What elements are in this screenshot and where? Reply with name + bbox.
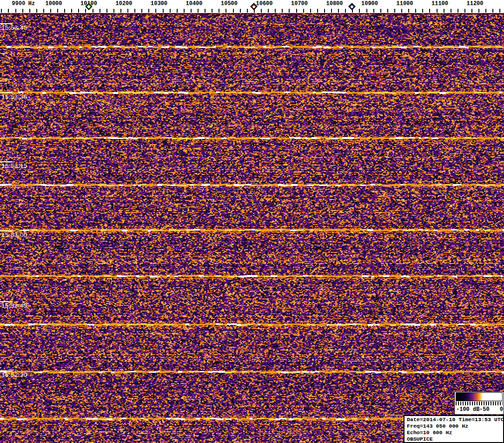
freq-tick-minor	[366, 9, 367, 13]
freq-tick-minor	[380, 9, 381, 13]
freq-tick-minor	[310, 9, 311, 13]
freq-tick-minor	[85, 9, 86, 13]
freq-tick-minor	[205, 9, 206, 13]
freq-tick-minor	[275, 9, 276, 13]
waterfall-canvas[interactable]	[0, 13, 504, 443]
freq-label: 11200	[466, 0, 483, 7]
freq-tick-minor	[15, 9, 16, 13]
freq-label: 10900	[361, 0, 378, 7]
freq-tick-minor	[444, 9, 444, 13]
freq-label: 10500	[221, 0, 238, 7]
freq-tick-minor	[464, 9, 465, 13]
marker-center-dot	[252, 5, 255, 8]
freq-tick-minor	[296, 9, 297, 13]
freq-tick-minor	[437, 9, 438, 13]
blue-diamond-marker[interactable]	[349, 3, 356, 10]
freq-label: 10400	[186, 0, 202, 7]
freq-tick-minor	[485, 9, 486, 13]
freq-tick-minor	[170, 9, 171, 13]
freq-tick-minor	[394, 9, 395, 13]
time-label: 15:53:00	[1, 231, 27, 238]
freq-tick-minor	[50, 9, 51, 13]
freq-label: 10800	[326, 0, 343, 7]
freq-tick-minor	[71, 9, 72, 13]
freq-tick-minor	[212, 9, 212, 13]
freq-tick-minor	[478, 9, 479, 13]
freq-tick-minor	[127, 9, 128, 13]
freq-tick-minor	[113, 9, 114, 13]
legend-label-max: 0	[500, 406, 503, 413]
freq-tick-minor	[64, 9, 65, 13]
marker-center-dot	[351, 5, 354, 8]
freq-tick-minor	[324, 9, 325, 13]
freq-tick-minor	[282, 9, 283, 13]
freq-tick-minor	[99, 9, 100, 13]
freq-tick-minor	[338, 9, 339, 13]
freq-label: 10300	[151, 0, 167, 7]
freq-tick-minor	[93, 9, 93, 13]
freq-tick-minor	[303, 9, 304, 13]
freq-tick-minor	[184, 9, 185, 13]
legend-tick-ruler	[456, 402, 503, 405]
freq-tick-minor	[359, 9, 360, 13]
freq-tick-minor	[331, 9, 332, 13]
freq-label: 11000	[396, 0, 413, 7]
freq-tick-minor	[57, 9, 58, 13]
freq-tick-minor	[198, 9, 199, 13]
freq-tick-minor	[373, 9, 374, 13]
freq-tick-minor	[225, 9, 226, 13]
freq-tick-minor	[387, 9, 388, 13]
time-label: 15:53:45	[1, 24, 27, 31]
freq-tick-minor	[401, 9, 402, 13]
freq-tick-minor	[78, 9, 79, 13]
freq-tick-minor	[261, 9, 262, 13]
freq-tick-minor	[36, 9, 37, 13]
freq-tick-minor	[177, 9, 178, 13]
info-line-frequency: Freq=143 050 000 Hz	[407, 423, 503, 430]
freq-tick-minor	[408, 9, 409, 13]
freq-label: 10700	[291, 0, 308, 7]
freq-label: 10000	[45, 0, 62, 7]
freq-tick-minor	[148, 9, 149, 13]
freq-unit-label: Hz	[28, 0, 35, 7]
time-label: 15:53:30	[1, 93, 27, 100]
freq-tick-minor	[345, 9, 346, 13]
freq-label: 10200	[115, 0, 132, 7]
freq-tick-minor	[247, 9, 248, 13]
color-gradient-bar	[456, 392, 503, 401]
legend-label-mid: -50	[479, 406, 490, 413]
freq-tick-minor	[240, 9, 241, 13]
spectrogram-window: 9900100001010010200103001040010500106001…	[0, 0, 504, 443]
info-box: Date=2014-07-10 Time=13:53 UTC Freq=143 …	[404, 415, 504, 443]
freq-tick-minor	[458, 9, 458, 13]
legend-label-min: -100 dB	[456, 406, 479, 413]
freq-tick-minor	[219, 9, 219, 13]
freq-label: 10600	[256, 0, 272, 7]
freq-tick-minor	[22, 9, 23, 13]
freq-tick-minor	[43, 9, 44, 13]
freq-tick-minor	[141, 9, 142, 13]
freq-tick-minor	[233, 9, 234, 13]
freq-label: 11100	[431, 0, 448, 7]
info-line-station: OBSUPICE	[407, 436, 503, 443]
info-line-echo: Echo=10 600 Hz	[407, 430, 503, 436]
freq-tick-minor	[1, 9, 2, 13]
freq-tick-minor	[317, 9, 318, 13]
frequency-scale[interactable]: 9900100001010010200103001040010500106001…	[0, 0, 504, 13]
freq-tick-minor	[155, 9, 156, 13]
freq-tick-minor	[163, 9, 164, 13]
freq-tick-minor	[191, 9, 192, 13]
freq-tick-minor	[422, 9, 423, 13]
time-label: 15:52:45	[1, 302, 27, 309]
freq-tick-minor	[492, 9, 493, 13]
freq-tick-minor	[289, 9, 290, 13]
freq-label: 9900	[12, 0, 26, 7]
marker-center-dot	[87, 5, 90, 8]
time-label: 15:53:15	[1, 162, 27, 169]
info-line-date-time: Date=2014-07-10 Time=13:53 UTC	[407, 417, 503, 423]
freq-tick-minor	[8, 9, 9, 13]
freq-tick-minor	[120, 9, 121, 13]
color-scale-legend: -100 dB -50 0	[454, 391, 504, 415]
freq-tick-minor	[429, 9, 430, 13]
freq-tick-minor	[106, 9, 107, 13]
